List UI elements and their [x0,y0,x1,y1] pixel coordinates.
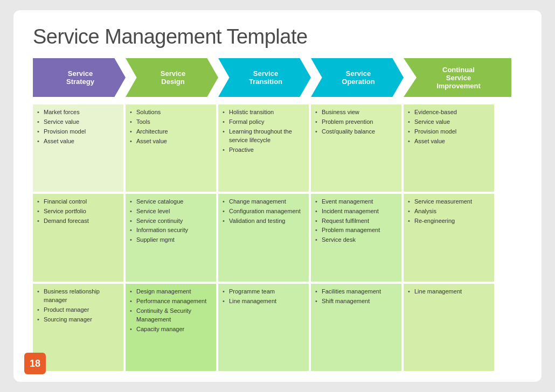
list-item: Business view [315,108,397,117]
list-item: Performance management [130,297,212,306]
list-item: Asset value [130,137,212,146]
list-item: Validation and testing [223,217,304,226]
cell-r3c3: Programme teamLine management [218,284,309,371]
list-item: Supplier mgmt [130,236,212,244]
list-item: Design management [130,288,212,296]
list-item: Service continuity [130,217,212,226]
banner-label-service-transition: ServiceTransition [249,69,282,86]
banner-service-strategy: ServiceStrategy [33,58,126,97]
list-item: Continuity & Security Management [130,307,212,324]
list-item: Line management [223,297,304,306]
list-item: Re-engineering [408,217,490,226]
cell-r2c1: Financial controlService portfolioDemand… [33,194,123,282]
banner-service-transition: ServiceTransition [218,58,311,97]
list-item: Business relationship manager [37,288,119,305]
list-item: Product manager [37,306,119,314]
cell-r1c2: SolutionsToolsArchitectureAsset value [126,104,216,192]
list-item: Programme team [223,288,304,296]
cell-r1c1: Market forcesService valueProvision mode… [33,104,123,192]
cell-r1c4: Business viewProblem preventionCost/qual… [311,104,401,192]
cell-r3c4: Facilities managementShift management [311,284,401,371]
list-item: Asset value [408,137,490,146]
cell-r3c5: Line management [404,284,494,371]
cell-r1c3: Holistic transitionFormal policyLearning… [218,104,309,192]
list-item: Shift management [315,297,397,306]
banner-label-csi: ContinualServiceImprovement [436,66,481,90]
list-item: Event management [315,198,397,206]
list-item: Cost/quality balance [315,128,397,136]
page-number: 18 [24,353,46,374]
banner-label-service-operation: ServiceOperation [342,69,374,86]
list-item: Service portfolio [37,207,119,216]
list-item: Problem prevention [315,118,397,127]
list-item: Demand forecast [37,217,119,226]
cell-r3c2: Design managementPerformance managementC… [126,284,216,371]
list-item: Proactive [223,146,304,155]
list-item: Configuration management [223,207,304,216]
list-item: Service value [37,118,119,127]
list-item: Provision model [408,128,490,136]
list-item: Holistic transition [223,108,304,117]
list-item: Sourcing manager [37,316,119,324]
list-item: Provision model [37,128,119,136]
list-item: Service measurement [408,198,490,206]
banner-label-service-design: ServiceDesign [161,69,185,86]
list-item: Line management [408,288,490,296]
list-item: Information security [130,226,212,235]
list-item: Evidence-based [408,108,490,117]
cell-r3c1: Business relationship managerProduct man… [33,284,123,371]
list-item: Analysis [408,207,490,216]
list-item: Facilities management [315,288,397,296]
list-item: Service catalogue [130,198,212,206]
list-item: Asset value [37,137,119,146]
banner-label-service-strategy: ServiceStrategy [66,69,94,86]
list-item: Capacity manager [130,325,212,334]
slide: Service Management Template ServiceStrat… [13,10,542,382]
cell-r2c2: Service catalogueService levelService co… [126,194,216,282]
list-item: Service desk [315,236,397,244]
list-item: Problem management [315,226,397,235]
list-item: Financial control [37,198,119,206]
list-item: Tools [130,118,212,127]
list-item: Request fulfilment [315,217,397,226]
cell-r2c5: Service measurementAnalysisRe-engineerin… [404,194,494,282]
banner-csi: ContinualServiceImprovement [404,58,511,97]
cell-r2c4: Event managementIncident managementReque… [311,194,401,282]
banner-service-operation: ServiceOperation [311,58,404,97]
cell-r1c5: Evidence-basedService valueProvision mod… [404,104,494,192]
list-item: Architecture [130,128,212,136]
list-item: Incident management [315,207,397,216]
slide-title: Service Management Template [33,25,522,48]
cell-r2c3: Change managementConfiguration managemen… [218,194,309,282]
grid-table: Market forcesService valueProvision mode… [33,104,522,371]
banner-row: ServiceStrategyServiceDesignServiceTrans… [33,58,522,97]
list-item: Change management [223,198,304,206]
list-item: Learning throughout the service lifecycl… [223,128,304,145]
list-item: Formal policy [223,118,304,127]
banner-service-design: ServiceDesign [126,58,218,97]
list-item: Solutions [130,108,212,117]
list-item: Service level [130,207,212,216]
list-item: Market forces [37,108,119,117]
list-item: Service value [408,118,490,127]
